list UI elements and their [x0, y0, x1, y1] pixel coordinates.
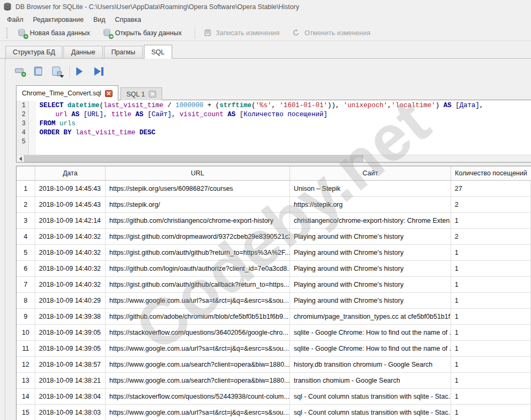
cell-url[interactable]: https://stackoverflow.com/questions/5244… — [106, 389, 290, 404]
table-row[interactable]: 92018-10-09 14:39:38https://github.com/a… — [17, 309, 531, 325]
cell-url[interactable]: https://www.google.com.ua/search?client=… — [106, 373, 290, 388]
cell-date[interactable]: 2018-10-09 14:38:57 — [35, 357, 106, 372]
cell-site[interactable]: Playing around with Chrome's history — [290, 229, 451, 244]
menu-view[interactable]: Вид — [88, 14, 110, 25]
tab-data[interactable]: Данные — [63, 46, 102, 58]
close-tab-icon[interactable]: ✕ — [149, 91, 156, 98]
cell-date[interactable]: 2018-10-09 14:39:38 — [35, 309, 106, 324]
table-row[interactable]: 72018-10-09 14:40:32https://gist.github.… — [17, 277, 531, 293]
cell-url[interactable]: https://stepik.org/ — [106, 197, 290, 212]
table-row[interactable]: 42018-10-09 14:40:32https://gist.github.… — [17, 229, 531, 245]
code-line[interactable] — [39, 138, 531, 147]
cell-count[interactable]: 1 — [451, 341, 531, 356]
cell-num[interactable]: 5 — [17, 245, 35, 260]
close-tab-icon[interactable]: ✕ — [105, 90, 112, 97]
scroll-left-button[interactable] — [17, 155, 24, 162]
header-visit-count[interactable]: Количество посещений — [451, 166, 531, 180]
cell-count[interactable]: 1 — [451, 261, 531, 276]
execute-all-icon[interactable] — [76, 66, 88, 77]
cell-count[interactable]: 1 — [451, 373, 531, 388]
cell-site[interactable]: sqlite - Google Chrome: How to find out … — [290, 325, 451, 340]
table-row[interactable]: 52018-10-09 14:40:32https://gist.github.… — [17, 245, 531, 261]
table-row[interactable]: 112018-10-09 14:39:05https://www.google.… — [17, 341, 531, 357]
cell-num[interactable]: 13 — [17, 373, 35, 388]
table-row[interactable]: 152018-10-09 14:38:03https://www.google.… — [17, 405, 531, 420]
cell-site[interactable]: sqlite - Google Chrome: How to find out … — [290, 341, 451, 356]
cell-count[interactable]: 1 — [451, 309, 531, 324]
revert-changes-button[interactable]: Отменить изменения — [288, 27, 374, 39]
cell-num[interactable]: 14 — [17, 389, 35, 404]
execute-line-icon[interactable] — [94, 66, 106, 77]
cell-count[interactable]: 1 — [451, 325, 531, 340]
cell-url[interactable]: https://github.com/login/oauth/authorize… — [106, 261, 290, 276]
write-changes-button[interactable]: Записать изменения — [199, 27, 284, 39]
open-database-button[interactable]: ➜ Открыть базу данных — [99, 27, 186, 39]
cell-num[interactable]: 7 — [17, 277, 35, 292]
cell-num[interactable]: 10 — [17, 325, 35, 340]
new-sql-tab-icon[interactable]: + — [15, 66, 27, 77]
cell-site[interactable]: sql - Count column status transition wit… — [290, 405, 451, 420]
cell-num[interactable]: 3 — [17, 213, 35, 228]
cell-url[interactable]: https://stackoverflow.com/questions/3640… — [106, 325, 290, 340]
header-site[interactable]: Сайт — [290, 166, 451, 180]
cell-num[interactable]: 9 — [17, 309, 35, 324]
cell-num[interactable]: 12 — [17, 357, 35, 372]
cell-count[interactable]: 1 — [451, 277, 531, 292]
cell-url[interactable]: https://www.google.com.ua/url?sa=t&rct=j… — [106, 341, 290, 356]
code-line[interactable]: url AS [URL], title AS [Сайт], visit_cou… — [39, 110, 531, 119]
table-row[interactable]: 32018-10-09 14:42:14https://github.com/c… — [17, 213, 531, 229]
cell-site[interactable]: Playing around with Chrome's history — [290, 261, 451, 276]
table-row[interactable]: 142018-10-09 14:38:04https://stackoverfl… — [17, 389, 531, 405]
tab-sql[interactable]: SQL — [144, 45, 172, 59]
cell-site[interactable]: chromium/page_transition_types.cc at cfe… — [290, 309, 451, 324]
cell-url[interactable]: https://www.google.com.ua/url?sa=t&rct=j… — [106, 293, 290, 308]
cell-date[interactable]: 2018-10-09 14:38:04 — [35, 389, 106, 404]
cell-num[interactable]: 4 — [17, 229, 35, 244]
editor-horizontal-scrollbar[interactable] — [17, 155, 531, 162]
menu-file[interactable]: Файл — [2, 14, 28, 25]
cell-url[interactable]: https://www.google.com.ua/url?sa=t&rct=j… — [106, 405, 290, 420]
cell-date[interactable]: 2018-10-09 14:38:21 — [35, 373, 106, 388]
toolbar-drag-handle[interactable] — [6, 28, 8, 38]
menu-edit[interactable]: Редактирование — [28, 14, 88, 25]
cell-count[interactable]: 1 — [451, 389, 531, 404]
cell-date[interactable]: 2018-10-09 14:40:32 — [35, 245, 106, 260]
cell-date[interactable]: 2018-10-09 14:42:14 — [35, 213, 106, 228]
cell-url[interactable]: https://github.com/adobe/chromium/blob/c… — [106, 309, 290, 324]
scrollbar-thumb[interactable] — [24, 155, 363, 162]
cell-site[interactable]: Unison – Stepik — [290, 181, 451, 196]
cell-date[interactable]: 2018-10-09 14:39:05 — [35, 341, 106, 356]
table-row[interactable]: 102018-10-09 14:39:05https://stackoverfl… — [17, 325, 531, 341]
cell-url[interactable]: https://gist.github.com/auth/github?retu… — [106, 245, 290, 260]
header-date[interactable]: Дата — [35, 166, 106, 180]
table-row[interactable]: 62018-10-09 14:40:32https://github.com/l… — [17, 261, 531, 277]
cell-site[interactable]: history.db transition chromium - Google … — [290, 357, 451, 372]
cell-num[interactable]: 11 — [17, 341, 35, 356]
cell-count[interactable]: 2 — [451, 197, 531, 212]
cell-count[interactable]: 1 — [451, 213, 531, 228]
header-row-number[interactable] — [17, 166, 35, 180]
save-sql-file-icon[interactable] — [51, 66, 63, 77]
cell-num[interactable]: 8 — [17, 293, 35, 308]
cell-count[interactable]: 2 — [451, 229, 531, 244]
menu-help[interactable]: Справка — [110, 14, 146, 25]
cell-num[interactable]: 2 — [17, 197, 35, 212]
cell-num[interactable]: 1 — [17, 181, 35, 196]
cell-date[interactable]: 2018-10-09 14:45:43 — [35, 197, 106, 212]
sql-code-area[interactable]: SELECT datetime(last_visit_time / 100000… — [36, 100, 531, 155]
code-line[interactable]: SELECT datetime(last_visit_time / 100000… — [39, 101, 531, 110]
cell-url[interactable]: https://gist.github.com/auth/github/call… — [106, 277, 290, 292]
table-row[interactable]: 122018-10-09 14:38:57https://www.google.… — [17, 357, 531, 373]
cell-date[interactable]: 2018-10-09 14:40:29 — [35, 293, 106, 308]
cell-count[interactable]: 1 — [451, 405, 531, 420]
table-row[interactable]: 132018-10-09 14:38:21https://www.google.… — [17, 373, 531, 389]
tab-db-structure[interactable]: Структура БД — [5, 46, 62, 58]
cell-site[interactable]: https://stepik.org — [290, 197, 451, 212]
cell-url[interactable]: https://github.com/christiangenco/chrome… — [106, 213, 290, 228]
cell-date[interactable]: 2018-10-09 14:40:32 — [35, 261, 106, 276]
cell-date[interactable]: 2018-10-09 14:45:43 — [35, 181, 106, 196]
cell-site[interactable]: sql - Count column status transition wit… — [290, 389, 451, 404]
cell-count[interactable]: 1 — [451, 357, 531, 372]
table-row[interactable]: 82018-10-09 14:40:29https://www.google.c… — [17, 293, 531, 309]
tab-pragmas[interactable]: Прагмы — [104, 46, 143, 58]
